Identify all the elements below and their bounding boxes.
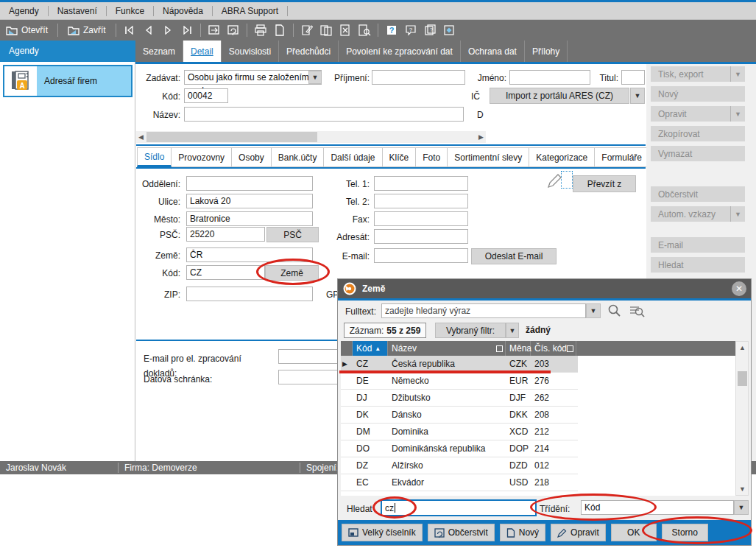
- subtab-sidlo[interactable]: Sídlo: [137, 147, 172, 167]
- menu-abra-support[interactable]: ABRA Support: [213, 2, 287, 20]
- zadavat-select[interactable]: Osobu jako firmu se založením osoby: [184, 70, 322, 85]
- column-header-nazev[interactable]: Název: [388, 341, 506, 356]
- preview-document-icon[interactable]: [357, 23, 372, 38]
- subtab-kategorizace[interactable]: Kategorizace: [529, 147, 595, 167]
- zeme-kod-input[interactable]: [186, 265, 265, 280]
- column-filter-icon[interactable]: [567, 345, 573, 352]
- titul-input[interactable]: [621, 70, 645, 85]
- kod-input[interactable]: [184, 88, 228, 103]
- tab-seznam[interactable]: Seznam: [135, 41, 183, 62]
- subtab-dalsi-udaje[interactable]: Další údaje: [324, 147, 382, 167]
- menu-agendy[interactable]: Agendy: [0, 2, 48, 20]
- horizontal-scrollbar[interactable]: ◀ ▶: [136, 131, 486, 143]
- column-header-kod[interactable]: Kód▲: [353, 341, 388, 356]
- zadavat-dropdown-arrow[interactable]: ▼: [308, 71, 322, 84]
- nav-first-button[interactable]: [122, 23, 137, 38]
- storno-button[interactable]: Storno: [662, 524, 708, 541]
- psc-button[interactable]: PSČ: [266, 227, 319, 242]
- prevzit-z-button[interactable]: Převzít z: [573, 175, 636, 192]
- edit-pencil-icon[interactable]: [546, 173, 562, 189]
- edit-icon[interactable]: [300, 23, 314, 38]
- fulltext-dropdown-arrow[interactable]: ▼: [586, 303, 601, 318]
- tab-prilohy[interactable]: Přílohy: [525, 41, 568, 62]
- scrollbar-thumb[interactable]: [146, 132, 317, 142]
- scroll-up-arrow[interactable]: ▲: [739, 342, 746, 354]
- table-row[interactable]: DE Německo EUR 276: [341, 373, 578, 390]
- mesto-input[interactable]: [186, 211, 313, 226]
- dropdown-arrow-icon[interactable]: ▼: [730, 206, 745, 222]
- oddeleni-input[interactable]: [186, 176, 313, 191]
- menu-napoveda[interactable]: Nápověda: [154, 2, 212, 20]
- new-document-icon[interactable]: [272, 23, 287, 38]
- tab-ochrana-dat[interactable]: Ochrana dat: [461, 41, 525, 62]
- menu-nastaveni[interactable]: Nastavení: [49, 2, 106, 20]
- dropdown-arrow-icon[interactable]: ▼: [730, 106, 745, 122]
- zip-input[interactable]: [186, 287, 313, 301]
- help-topics-icon[interactable]: ?: [423, 23, 437, 38]
- trideni-dropdown-arrow[interactable]: ▼: [734, 500, 749, 515]
- column-header-cis-kod[interactable]: Čís. kód: [531, 341, 576, 356]
- table-row-selected[interactable]: ▶ CZ Česká republika CZK 203: [341, 356, 578, 373]
- subtab-provozovny[interactable]: Provozovny: [172, 147, 232, 167]
- ares-dropdown-arrow[interactable]: ▼: [630, 88, 645, 104]
- print-icon[interactable]: [253, 23, 268, 38]
- tel1-input[interactable]: [374, 176, 468, 191]
- velky-ciselnik-button[interactable]: Velký číselník: [342, 524, 423, 541]
- panel-tisk-export-button[interactable]: Tisk, export▼: [651, 66, 745, 82]
- nav-last-button[interactable]: [180, 23, 194, 38]
- psc-input[interactable]: [186, 227, 265, 242]
- open-button[interactable]: Otevřít: [0, 21, 54, 39]
- table-vertical-scrollbar[interactable]: ▲ ▼: [735, 341, 749, 496]
- nav-prev-button[interactable]: [141, 23, 156, 38]
- zeme-button[interactable]: Země: [265, 265, 319, 281]
- window-diamond-icon[interactable]: [442, 23, 456, 38]
- nazev-input[interactable]: [184, 107, 464, 122]
- panel-zkopirovat-button[interactable]: Zkopírovat: [651, 126, 745, 141]
- panel-autom-vzkazy-button[interactable]: Autom. vzkazy▼: [651, 206, 745, 222]
- fulltext-settings-icon[interactable]: [629, 303, 645, 318]
- panel-obcerstvit-button[interactable]: Občerstvit: [651, 186, 745, 202]
- table-row[interactable]: DK Dánsko DKK 208: [341, 407, 578, 424]
- close-button[interactable]: Zavřít: [62, 21, 112, 39]
- prijmeni-input[interactable]: [372, 70, 465, 85]
- scrollbar-thumb[interactable]: [738, 371, 747, 386]
- subtab-foto[interactable]: Foto: [416, 147, 448, 167]
- tel2-input[interactable]: [374, 194, 468, 208]
- subtab-osoby[interactable]: Osoby: [232, 147, 272, 167]
- table-row[interactable]: DM Dominika XCD 212: [341, 424, 578, 440]
- table-row[interactable]: DO Dominikánská republika DOP 214: [341, 440, 578, 457]
- subtab-sortimentni-slevy[interactable]: Sortimentní slevy: [448, 147, 529, 167]
- fulltext-input[interactable]: zadejte hledaný výraz: [381, 303, 586, 318]
- copy-icon[interactable]: [319, 23, 333, 38]
- table-row[interactable]: DJ Džibutsko DJF 262: [341, 390, 578, 407]
- nav-next-button[interactable]: [160, 23, 175, 38]
- column-filter-icon[interactable]: [496, 345, 503, 352]
- help-icon[interactable]: ?: [384, 23, 399, 38]
- import-ares-button[interactable]: Import z portálu ARES (CZ): [490, 88, 629, 104]
- hledat-input[interactable]: cz: [381, 499, 537, 516]
- fax-input[interactable]: [374, 211, 468, 226]
- jmeno-input[interactable]: [509, 70, 590, 85]
- obcerstvit-button[interactable]: Občerstvit: [428, 524, 495, 541]
- table-row[interactable]: EC Ekvádor USD 218: [341, 474, 578, 491]
- column-header-mena[interactable]: Měna: [506, 341, 531, 356]
- panel-novy-button[interactable]: Nový: [651, 86, 745, 102]
- tab-souvislosti[interactable]: Souvislosti: [222, 41, 279, 62]
- subtab-klice[interactable]: Klíče: [383, 147, 417, 167]
- tab-detail[interactable]: Detail: [183, 41, 222, 62]
- email-input[interactable]: [374, 248, 468, 263]
- ok-button[interactable]: OK: [611, 524, 657, 541]
- panel-email-button[interactable]: E-mail: [651, 237, 745, 253]
- dialog-close-icon[interactable]: ✕: [732, 281, 746, 296]
- trideni-select[interactable]: Kód: [581, 500, 734, 515]
- filter-button[interactable]: Vybraný filtr:: [435, 323, 506, 338]
- filter-dropdown-arrow[interactable]: ▼: [506, 323, 519, 338]
- menu-funkce[interactable]: Funkce: [107, 2, 153, 20]
- panel-hledat-button[interactable]: Hledat: [651, 257, 745, 273]
- table-row[interactable]: DZ Alžírsko DZD 012: [341, 457, 578, 474]
- subtab-bank-ucty[interactable]: Bank.účty: [272, 147, 325, 167]
- novy-button[interactable]: Nový: [500, 524, 545, 541]
- tab-predchudci[interactable]: Předchůdci: [279, 41, 339, 62]
- switch-view-icon[interactable]: [207, 23, 222, 38]
- dialog-title-bar[interactable]: Země ✕: [338, 279, 751, 298]
